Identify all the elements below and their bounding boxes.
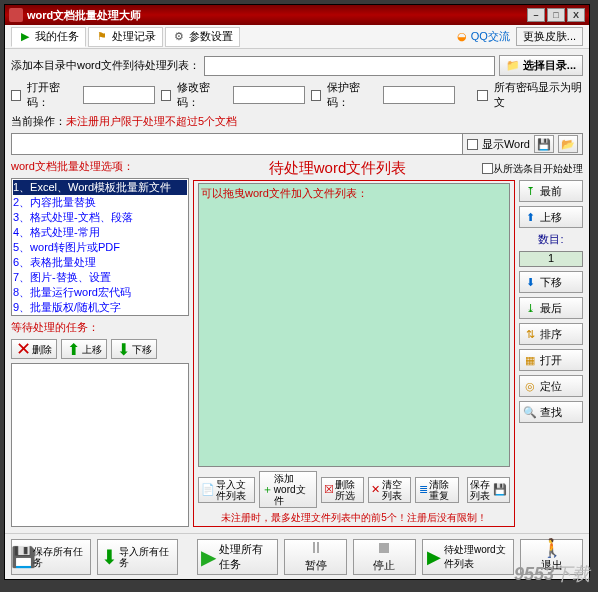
title-bar: word文档批量处理大师 – □ X — [5, 5, 589, 25]
register-note: 未注册时，最多处理文件列表中的前5个！注册后没有限制！ — [194, 510, 514, 526]
opts-title: word文档批量处理选项： — [11, 159, 189, 174]
arrow-up-icon: ⬆ — [66, 342, 80, 356]
disk-icon: 💾 — [537, 137, 551, 151]
move-up-button[interactable]: ⬆ 上移 — [61, 339, 107, 359]
list-item[interactable]: 4、格式处理-常用 — [13, 225, 187, 240]
start-from-sel-check[interactable] — [482, 163, 493, 174]
list-item[interactable]: 8、批量运行word宏代码 — [13, 285, 187, 300]
import-all-tasks-button[interactable]: ⬇ 导入所有任务 — [97, 539, 177, 575]
clear-dup-button[interactable]: ≣清除重复 — [415, 477, 458, 503]
bottom-button[interactable]: ⤓最后 — [519, 297, 583, 319]
exit-button[interactable]: 🚶 退出 — [520, 539, 583, 575]
find-button[interactable]: 🔍查找 — [519, 401, 583, 423]
list-item[interactable]: 3、格式处理-文档、段落 — [13, 210, 187, 225]
open-pwd-label: 打开密码： — [27, 80, 77, 110]
qq-link[interactable]: ◒ QQ交流 — [455, 29, 510, 44]
maximize-button[interactable]: □ — [547, 8, 565, 22]
grid-icon: ▦ — [523, 353, 537, 367]
list-item[interactable]: 10、批量随机版权图片 — [13, 315, 187, 316]
import-icon: 📄 — [201, 483, 215, 497]
list-item[interactable]: 2、内容批量替换 — [13, 195, 187, 210]
tab-history[interactable]: ⚑ 处理记录 — [88, 27, 163, 47]
file-list-header: 待处理word文件列表 — [193, 159, 482, 178]
show-word-label: 显示Word — [482, 137, 530, 152]
qq-icon: ◒ — [455, 30, 469, 44]
search-icon: 🔍 — [523, 405, 537, 419]
pending-title: 等待处理的任务： — [11, 320, 189, 335]
list-item[interactable]: 1、Excel、Word模板批量新文件 — [13, 180, 187, 195]
move-down-button[interactable]: ⬇ 下移 — [111, 339, 157, 359]
stop-icon: ⏹ — [377, 541, 391, 555]
dir-input[interactable] — [204, 56, 495, 76]
up-button[interactable]: ⬆上移 — [519, 206, 583, 228]
stop-button[interactable]: ⏹ 停止 — [353, 539, 416, 575]
window-title: word文档批量处理大师 — [27, 8, 527, 23]
show-plain-check[interactable] — [477, 90, 487, 101]
tab-my-tasks[interactable]: ▶ 我的任务 — [11, 27, 86, 47]
prot-pwd-label: 保护密码： — [327, 80, 377, 110]
clear-icon: ✕ — [371, 483, 380, 497]
arrow-down-icon: ⬇ — [523, 275, 537, 289]
prot-pwd-check[interactable] — [311, 90, 321, 101]
show-word-check[interactable] — [467, 139, 478, 150]
show-plain-label: 所有密码显示为明文 — [494, 80, 583, 110]
arrow-down-icon: ⬇ — [116, 342, 130, 356]
status-input[interactable] — [12, 134, 462, 154]
open-button[interactable]: ▦打开 — [519, 349, 583, 371]
list-item[interactable]: 7、图片-替换、设置 — [13, 270, 187, 285]
play-icon: ▶ — [18, 30, 32, 44]
delete-task-button[interactable]: ✕ 删除 — [11, 339, 57, 359]
list-item[interactable]: 9、批量版权/随机文字 — [13, 300, 187, 315]
import-filelist-button[interactable]: 📄导入文件列表 — [198, 477, 255, 503]
tab-bar: ▶ 我的任务 ⚑ 处理记录 ⚙ 参数设置 ◒ QQ交流 更换皮肤... — [5, 25, 589, 49]
top-icon: ⤒ — [523, 184, 537, 198]
x-icon: ✕ — [16, 342, 30, 356]
open-pwd-input[interactable] — [83, 86, 155, 104]
close-button[interactable]: X — [567, 8, 585, 22]
pending-tasks-list[interactable] — [11, 363, 189, 527]
list-item[interactable]: 6、表格批量处理 — [13, 255, 187, 270]
open-pwd-check[interactable] — [11, 90, 21, 101]
dedup-icon: ≣ — [418, 483, 427, 497]
options-listbox[interactable]: 1、Excel、Word模板批量新文件 2、内容批量替换 3、格式处理-文档、段… — [11, 178, 189, 316]
select-dir-button[interactable]: 📁 选择目录... — [499, 55, 583, 76]
pause-icon: ⏸ — [309, 541, 323, 555]
list-icon: ▶ — [427, 550, 441, 564]
delete-sel-button[interactable]: ☒删除所选 — [321, 477, 364, 503]
prot-pwd-input[interactable] — [383, 86, 455, 104]
current-op-label: 当前操作：未注册用户限于处理不超过5个文档 — [11, 114, 583, 129]
skin-button[interactable]: 更换皮肤... — [516, 27, 583, 46]
save-icon-button[interactable]: 💾 — [534, 135, 554, 153]
down-button[interactable]: ⬇下移 — [519, 271, 583, 293]
tab-label: 我的任务 — [35, 29, 79, 44]
list-item[interactable]: 5、word转图片或PDF — [13, 240, 187, 255]
save-all-tasks-button[interactable]: 💾 保存所有任务 — [11, 539, 91, 575]
exit-icon: 🚶 — [545, 541, 559, 555]
disk-icon: 💾 — [493, 483, 507, 497]
file-drop-area[interactable]: 可以拖曳word文件加入文件列表： — [198, 183, 510, 467]
process-all-button[interactable]: ▶ 处理所有任务 — [197, 539, 278, 575]
start-from-sel-label: 从所选条目开始处理 — [493, 162, 583, 176]
bottom-icon: ⤓ — [523, 301, 537, 315]
mod-pwd-check[interactable] — [161, 90, 171, 101]
locate-button[interactable]: ◎定位 — [519, 375, 583, 397]
app-icon — [9, 8, 23, 22]
add-word-button[interactable]: ＋添加word文件 — [259, 471, 317, 508]
add-dir-label: 添加本目录中word文件到待处理列表： — [11, 58, 200, 73]
delete-icon: ☒ — [324, 483, 334, 497]
file-list-button[interactable]: ▶ 待处理word文件列表 — [422, 539, 514, 575]
pause-button[interactable]: ⏸ 暂停 — [284, 539, 347, 575]
tab-label: 参数设置 — [189, 29, 233, 44]
tab-settings[interactable]: ⚙ 参数设置 — [165, 27, 240, 47]
clear-list-button[interactable]: ✕清空列表 — [368, 477, 411, 503]
open-icon-button[interactable]: 📂 — [558, 135, 578, 153]
mod-pwd-input[interactable] — [233, 86, 305, 104]
plus-icon: ＋ — [262, 483, 273, 497]
top-button[interactable]: ⤒最前 — [519, 180, 583, 202]
play-icon: ▶ — [202, 550, 216, 564]
save-list-button[interactable]: 保存列表💾 — [467, 477, 510, 503]
sort-button[interactable]: ⇅排序 — [519, 323, 583, 345]
count-value: 1 — [519, 251, 583, 267]
target-icon: ◎ — [523, 379, 537, 393]
minimize-button[interactable]: – — [527, 8, 545, 22]
